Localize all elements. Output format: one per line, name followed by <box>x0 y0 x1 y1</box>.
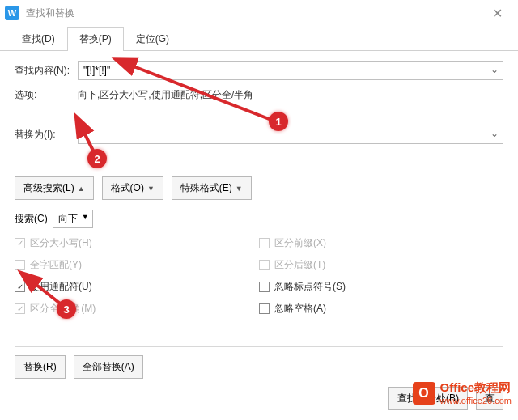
find-content-label: 查找内容(N): <box>15 64 78 78</box>
tab-replace[interactable]: 替换(P) <box>67 27 124 51</box>
app-icon: W <box>5 6 19 20</box>
checkbox-icon: ✓ <box>15 303 25 314</box>
check-label: 区分大小写(H) <box>30 236 92 250</box>
checkbox-icon: ✓ <box>15 238 25 248</box>
chevron-up-icon: ▲ <box>78 185 85 193</box>
advanced-search-label: 高级搜索(L) <box>23 181 74 195</box>
check-label: 忽略空格(A) <box>274 302 326 316</box>
check-label: 区分后缀(T) <box>274 258 325 272</box>
advanced-search-button[interactable]: 高级搜索(L) ▲ <box>15 176 94 200</box>
chevron-down-icon: ▼ <box>236 185 243 193</box>
check-suffix: 区分后缀(T) <box>259 258 503 272</box>
search-label: 搜索(C) <box>15 212 48 226</box>
checkbox-icon <box>259 282 270 292</box>
check-label: 忽略标点符号(S) <box>274 280 346 294</box>
watermark-url: www.office26.com <box>440 396 512 405</box>
btn-label: 替换(R) <box>23 360 57 374</box>
dialog-body: 查找内容(N): ⌄ 选项: 向下,区分大小写,使用通配符,区分全/半角 替换为… <box>0 51 518 333</box>
watermark-title: Office教程网 <box>440 380 512 396</box>
tab-find[interactable]: 查找(D) <box>10 27 67 51</box>
tab-goto[interactable]: 定位(G) <box>124 27 181 51</box>
checkbox-icon <box>259 238 270 248</box>
check-label: 全字匹配(Y) <box>30 258 82 272</box>
check-fullhalf: ✓ 区分全/半角(M) <box>15 302 259 316</box>
options-label: 选项: <box>15 88 78 102</box>
checkbox-icon <box>15 260 25 270</box>
check-whole-word: 全字匹配(Y) <box>15 258 259 272</box>
annotation-bubble-2: 2 <box>87 149 107 168</box>
annotation-bubble-1: 1 <box>269 112 288 131</box>
check-ignore-punct[interactable]: 忽略标点符号(S) <box>259 280 503 294</box>
replace-with-input[interactable] <box>78 125 503 144</box>
check-ignore-space[interactable]: 忽略空格(A) <box>259 302 503 316</box>
special-format-button[interactable]: 特殊格式(E) ▼ <box>172 176 252 200</box>
find-content-input[interactable] <box>78 61 503 80</box>
search-direction-select[interactable]: 向下 ▼ <box>53 210 93 228</box>
chevron-down-icon: ▼ <box>147 185 155 193</box>
watermark: O Office教程网 www.office26.com <box>413 380 512 405</box>
replace-all-button[interactable]: 全部替换(A) <box>74 355 143 379</box>
format-button[interactable]: 格式(O) ▼ <box>102 176 163 200</box>
special-label: 特殊格式(E) <box>180 181 232 195</box>
format-label: 格式(O) <box>111 181 144 195</box>
tab-bar: 查找(D) 替换(P) 定位(G) <box>0 26 518 51</box>
check-match-case: ✓ 区分大小写(H) <box>15 236 259 250</box>
chevron-down-icon: ▼ <box>82 213 89 221</box>
window-title: 查找和替换 <box>26 6 481 20</box>
close-button[interactable]: ✕ <box>481 1 513 25</box>
check-prefix: 区分前缀(X) <box>259 236 503 250</box>
replace-with-label: 替换为(I): <box>15 128 78 142</box>
btn-label: 全部替换(A) <box>83 360 134 374</box>
replace-button[interactable]: 替换(R) <box>15 355 66 379</box>
checkbox-icon <box>259 303 270 314</box>
options-text: 向下,区分大小写,使用通配符,区分全/半角 <box>78 87 253 104</box>
check-label: 区分前缀(X) <box>274 236 326 250</box>
search-direction-value: 向下 <box>58 213 78 224</box>
office-logo-icon: O <box>413 382 435 405</box>
check-label: 使用通配符(U) <box>30 280 92 294</box>
checkbox-icon <box>259 260 270 270</box>
check-wildcards[interactable]: ✓ 使用通配符(U) <box>15 280 259 294</box>
titlebar: W 查找和替换 ✕ <box>0 0 518 26</box>
checkbox-icon: ✓ <box>15 282 25 292</box>
annotation-bubble-3: 3 <box>57 299 76 319</box>
